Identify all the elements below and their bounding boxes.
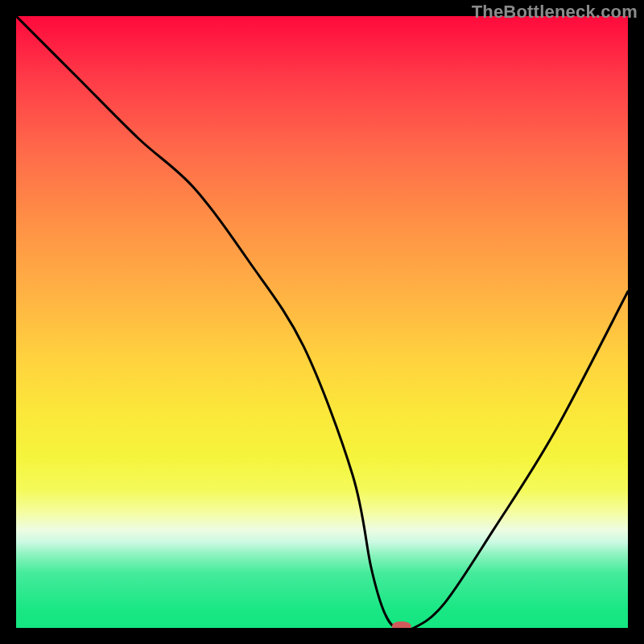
bottleneck-curve-path bbox=[16, 16, 628, 628]
optimal-marker bbox=[392, 621, 411, 628]
plot-area bbox=[16, 16, 628, 628]
curve-svg bbox=[16, 16, 628, 628]
watermark-text: TheBottleneck.com bbox=[472, 2, 638, 23]
bottleneck-chart: TheBottleneck.com bbox=[0, 0, 644, 644]
